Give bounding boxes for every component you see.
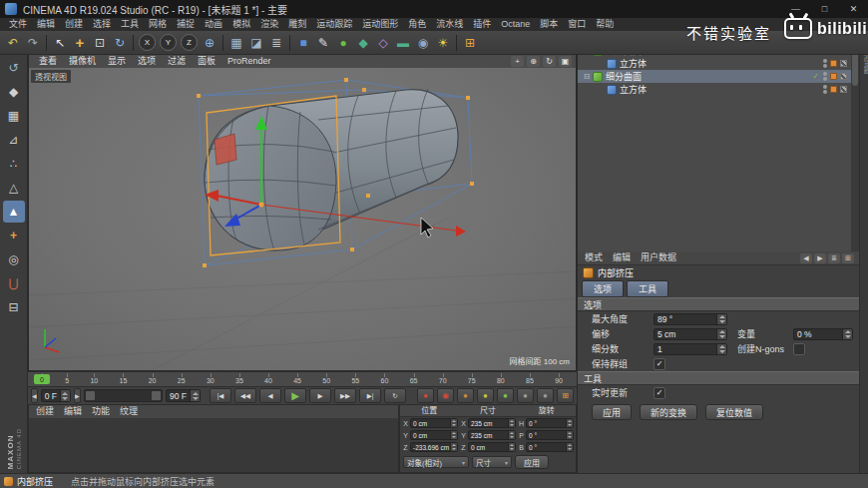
spline-pen-icon[interactable]: ✎ bbox=[313, 33, 333, 53]
goto-start-button[interactable]: |◀ bbox=[210, 388, 231, 403]
attribute-menu-item[interactable]: 用户数据 bbox=[636, 251, 681, 264]
visibility-dots[interactable] bbox=[823, 85, 827, 94]
pla-key-toggle[interactable]: ● bbox=[537, 388, 554, 403]
coordinate-apply-button[interactable]: 应用 bbox=[515, 455, 549, 469]
visibility-dots[interactable] bbox=[823, 59, 827, 68]
scale-key-toggle[interactable]: ● bbox=[477, 388, 494, 403]
viewport-menu-item[interactable]: 查看 bbox=[33, 55, 63, 68]
phong-tag-icon[interactable] bbox=[840, 73, 847, 80]
material-list[interactable] bbox=[29, 418, 398, 472]
frame-down-button[interactable]: ◀ bbox=[31, 388, 38, 403]
x-axis-lock-button[interactable]: X bbox=[139, 34, 156, 51]
object-row[interactable]: 立方体 bbox=[578, 83, 859, 96]
stepper[interactable] bbox=[716, 344, 726, 354]
render-view-icon[interactable]: ▦ bbox=[226, 33, 246, 53]
object-row-selected[interactable]: ⊟ 细分曲面 ✓ bbox=[578, 70, 859, 83]
play-button[interactable]: ▶ bbox=[284, 388, 306, 403]
model-mode-icon[interactable]: ◆ bbox=[3, 81, 25, 103]
variance-field[interactable]: 0 % bbox=[793, 328, 853, 340]
close-button[interactable]: ✕ bbox=[839, 0, 868, 18]
maximize-button[interactable]: □ bbox=[810, 0, 839, 18]
object-row[interactable]: 立方体 bbox=[578, 57, 859, 70]
viewport-menu-item[interactable]: 选项 bbox=[132, 55, 162, 68]
primitive-cube-icon[interactable]: ■ bbox=[293, 33, 313, 53]
menu-item[interactable]: 窗口 bbox=[563, 18, 591, 31]
parameter-key-toggle[interactable]: ● bbox=[517, 388, 534, 403]
workplane-lock-icon[interactable]: ⊟ bbox=[3, 296, 25, 318]
layout-icon[interactable]: ⊞ bbox=[460, 33, 480, 53]
new-transform-button[interactable]: 新的变换 bbox=[640, 404, 697, 420]
max-angle-field[interactable]: 89 ° bbox=[653, 313, 727, 325]
stepper[interactable] bbox=[842, 329, 852, 339]
z-axis-lock-button[interactable]: Z bbox=[181, 34, 198, 51]
menu-item[interactable]: 脚本 bbox=[535, 18, 563, 31]
size-y-field[interactable]: 235 cm bbox=[468, 430, 516, 440]
offset-field[interactable]: 5 cm bbox=[653, 328, 727, 340]
stepper[interactable] bbox=[716, 314, 726, 324]
attribute-tab[interactable]: 选项 bbox=[582, 280, 624, 297]
menu-item[interactable]: 运动图形 bbox=[357, 18, 403, 31]
prev-frame-button[interactable]: ◀ bbox=[259, 388, 281, 403]
pan-view-icon[interactable]: + bbox=[511, 56, 524, 67]
prev-key-button[interactable]: ◀◀ bbox=[234, 388, 256, 403]
menu-item[interactable]: 渲染 bbox=[255, 18, 283, 31]
autokey-button[interactable]: ◉ bbox=[437, 388, 454, 403]
size-mode-select[interactable]: 尺寸▾ bbox=[472, 456, 512, 468]
zoom-view-icon[interactable]: ⊕ bbox=[527, 56, 540, 67]
end-frame-field[interactable]: 90 F bbox=[166, 389, 201, 402]
next-key-button[interactable]: ▶▶ bbox=[334, 388, 356, 403]
stepper[interactable] bbox=[716, 329, 726, 339]
panel-history-icon[interactable]: ≣ bbox=[828, 253, 840, 263]
viewport-menu-item[interactable]: ProRender bbox=[221, 55, 277, 68]
menu-item[interactable]: 帮助 bbox=[591, 18, 619, 31]
scrollbar[interactable] bbox=[851, 44, 859, 251]
viewport-menu-item[interactable]: 面板 bbox=[192, 55, 221, 68]
rotation-p-field[interactable]: 0 ° bbox=[526, 430, 574, 440]
position-x-field[interactable]: 0 cm bbox=[410, 418, 458, 428]
apply-button[interactable]: 应用 bbox=[592, 404, 632, 420]
polygons-mode-icon[interactable]: ▲ bbox=[3, 201, 25, 223]
goto-end-button[interactable]: ▶| bbox=[359, 388, 381, 403]
selection-tag-icon[interactable] bbox=[830, 60, 837, 67]
scene-3d[interactable] bbox=[29, 68, 576, 370]
record-keyframe-button[interactable]: ● bbox=[417, 388, 434, 403]
menu-item[interactable]: 工具 bbox=[116, 18, 144, 31]
menu-item[interactable]: 编辑 bbox=[32, 18, 60, 31]
rotation-h-field[interactable]: 0 ° bbox=[526, 418, 574, 428]
edges-mode-icon[interactable]: △ bbox=[3, 177, 25, 199]
menu-item[interactable]: 文件 bbox=[4, 18, 32, 31]
material-menu-item[interactable]: 功能 bbox=[87, 405, 115, 418]
model-object[interactable] bbox=[205, 89, 458, 250]
viewport-menu-item[interactable]: 摄像机 bbox=[63, 55, 102, 68]
undo-icon[interactable]: ↶ bbox=[3, 33, 23, 53]
viewport-solo-icon[interactable]: ◎ bbox=[3, 248, 25, 270]
viewport-menu-item[interactable]: 过滤 bbox=[162, 55, 192, 68]
phong-tag-icon[interactable] bbox=[840, 86, 847, 93]
phong-tag-icon[interactable] bbox=[840, 60, 847, 67]
menu-item[interactable]: 动画 bbox=[200, 18, 227, 31]
viewport-menu-item[interactable]: 显示 bbox=[102, 55, 132, 68]
rotate-view-icon[interactable]: ↻ bbox=[543, 56, 556, 67]
panel-options-icon[interactable]: ⊞ bbox=[842, 253, 854, 263]
options-section-header[interactable]: 选项 bbox=[578, 297, 859, 311]
menu-item[interactable]: 模拟 bbox=[227, 18, 255, 31]
rotation-b-field[interactable]: 0 ° bbox=[526, 442, 574, 452]
floor-icon[interactable]: ▬ bbox=[393, 33, 413, 53]
ngons-checkbox[interactable] bbox=[793, 343, 805, 355]
y-axis-lock-button[interactable]: Y bbox=[160, 34, 177, 51]
visibility-dots[interactable] bbox=[823, 72, 827, 81]
selection-tag-icon[interactable] bbox=[830, 86, 837, 93]
menu-item[interactable]: 选择 bbox=[88, 18, 116, 31]
loop-button[interactable]: ↻ bbox=[384, 388, 406, 403]
size-x-field[interactable]: 235 cm bbox=[468, 418, 516, 428]
panel-forward-icon[interactable]: ▶ bbox=[814, 253, 826, 263]
attribute-tab[interactable]: 工具 bbox=[627, 280, 668, 297]
menu-item[interactable]: 创建 bbox=[60, 18, 88, 31]
make-editable-icon[interactable]: ↺ bbox=[3, 57, 25, 79]
menu-item[interactable]: 运动跟踪 bbox=[311, 18, 357, 31]
current-frame-field[interactable]: 0 F bbox=[41, 389, 71, 402]
render-picture-viewer-icon[interactable]: ◪ bbox=[246, 33, 266, 53]
playhead[interactable]: 0 bbox=[34, 374, 50, 384]
subdivision-surface-icon[interactable]: ● bbox=[333, 33, 353, 53]
menu-item[interactable]: 角色 bbox=[403, 18, 431, 31]
